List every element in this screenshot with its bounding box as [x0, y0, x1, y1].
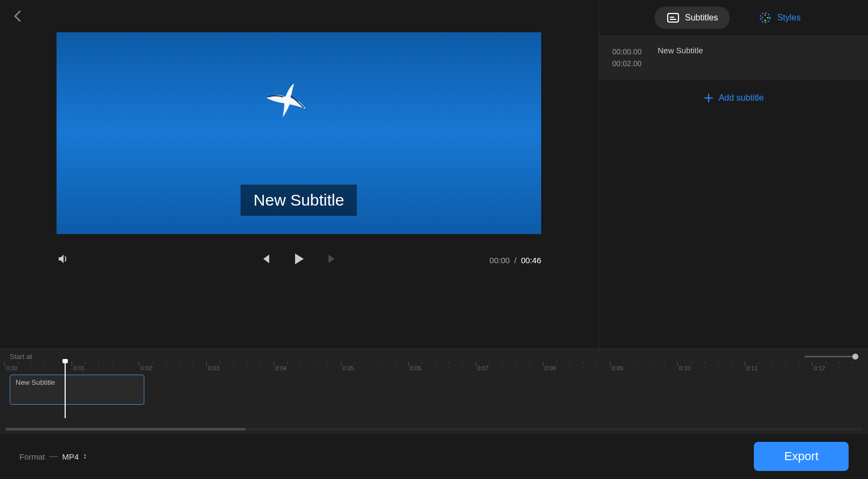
ruler-tick-label: 0:12: [814, 365, 825, 371]
play-button[interactable]: [292, 252, 306, 268]
ruler-tick-label: 0:11: [746, 365, 758, 371]
ruler-tick-label: 0:07: [477, 365, 488, 371]
ruler-tick-label: 0:02: [141, 365, 152, 371]
ruler-tick-label: 0:09: [612, 365, 623, 371]
svg-point-6: [765, 20, 766, 22]
entry-end-time: 00:02.00: [612, 58, 642, 69]
tab-subtitles[interactable]: Subtitles: [655, 6, 730, 29]
volume-button[interactable]: [57, 252, 69, 267]
add-subtitle-label: Add subtitle: [719, 93, 764, 103]
entry-text: New Subtitle: [658, 46, 703, 70]
subtitles-icon: [667, 12, 680, 24]
add-subtitle-button[interactable]: Add subtitle: [599, 80, 868, 116]
ruler-tick-label: 0:08: [544, 365, 556, 371]
ruler-tick-label: 0:06: [410, 365, 421, 371]
playback-controls: 00:00 / 00:46: [57, 252, 541, 267]
subtitle-overlay[interactable]: New Subtitle: [241, 185, 357, 216]
plus-icon: [704, 93, 713, 103]
zoom-handle[interactable]: [852, 354, 858, 360]
ruler-tick-label: 0:00: [6, 365, 17, 371]
format-dash: —: [50, 452, 58, 461]
bird-silhouette: [264, 81, 312, 121]
subtitle-entry[interactable]: 00:00.00 00:02.00 New Subtitle: [599, 36, 868, 80]
ruler-tick-label: 0:01: [73, 365, 85, 371]
subtitle-clip[interactable]: New Subtitle: [10, 375, 144, 405]
entry-start-time: 00:00.00: [612, 46, 642, 58]
ruler-tick-label: 0:04: [275, 365, 286, 371]
scrollbar-thumb[interactable]: [5, 428, 246, 431]
side-panel: Subtitles Styles 00:00.00 00:02.00 New S…: [599, 0, 868, 349]
subtitle-list: 00:00.00 00:02.00 New Subtitle Add subti…: [599, 36, 868, 116]
playhead[interactable]: [65, 362, 66, 418]
clip-track: New Subtitle: [10, 375, 858, 405]
svg-rect-1: [670, 17, 674, 18]
timeline-scrollbar[interactable]: [5, 428, 863, 431]
ruler-tick-label: 0:03: [208, 365, 219, 371]
zoom-slider[interactable]: [804, 356, 858, 357]
svg-point-4: [765, 15, 766, 16]
entry-times: 00:00.00 00:02.00: [612, 46, 642, 70]
tab-styles-label: Styles: [777, 13, 801, 23]
format-select[interactable]: MP4 ▲▼: [62, 452, 87, 461]
timeline: Start at 0:000:010:020:030:040:050:060:0…: [0, 349, 868, 434]
preview-section: New Subtitle 00:00 / 00:46: [0, 0, 599, 349]
ruler-tick-label: 0:10: [679, 365, 690, 371]
video-preview[interactable]: New Subtitle: [57, 32, 541, 234]
time-display: 00:00 / 00:46: [489, 256, 541, 265]
previous-button[interactable]: [260, 253, 271, 267]
format-value: MP4: [62, 452, 79, 461]
ruler-tick-label: 0:05: [342, 365, 354, 371]
svg-rect-2: [670, 19, 676, 20]
current-time: 00:00: [489, 256, 510, 265]
export-button[interactable]: Export: [754, 442, 849, 471]
bottom-bar: Format — MP4 ▲▼ Export: [0, 434, 868, 479]
styles-icon: [759, 11, 772, 24]
tab-subtitles-label: Subtitles: [685, 13, 718, 23]
time-separator: /: [512, 256, 521, 265]
chevron-updown-icon: ▲▼: [83, 453, 87, 459]
svg-point-7: [762, 17, 764, 19]
timeline-ruler[interactable]: 0:000:010:020:030:040:050:060:070:080:09…: [2, 362, 866, 375]
back-button[interactable]: [11, 10, 24, 23]
next-button[interactable]: [326, 253, 338, 267]
format-label: Format: [19, 452, 45, 461]
tab-styles[interactable]: Styles: [747, 6, 813, 29]
start-at-label: Start at: [10, 353, 32, 361]
tabs: Subtitles Styles: [599, 0, 868, 36]
svg-point-5: [767, 17, 769, 19]
total-time: 00:46: [521, 256, 541, 265]
